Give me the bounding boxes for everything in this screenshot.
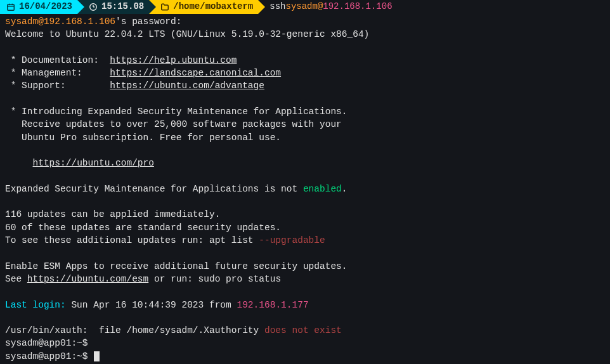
- blank-line: [5, 247, 605, 259]
- blank-line: [5, 285, 605, 298]
- esm-intro-2: Receive updates to over 25,000 software …: [5, 118, 605, 131]
- pro-link[interactable]: https://ubuntu.com/pro: [33, 158, 154, 168]
- blank-line: [5, 93, 605, 105]
- welcome-line: Welcome to Ubuntu 22.04.2 LTS (GNU/Linux…: [5, 28, 605, 41]
- status-time-segment: 15:15.08: [77, 0, 149, 14]
- cursor-icon: [94, 351, 100, 361]
- enabled-word: enabled: [303, 184, 342, 194]
- enable-esm-1: Enable ESM Apps to receive additional fu…: [5, 260, 605, 273]
- status-bar: 16/04/2023 15:15.08 /home/mobaxterm ssh …: [0, 0, 610, 14]
- calendar-icon: [6, 3, 15, 11]
- status-date-segment: 16/04/2023: [0, 0, 77, 14]
- status-date: 16/04/2023: [19, 1, 72, 13]
- doc-link[interactable]: https://help.ubuntu.com: [110, 55, 237, 65]
- password-prompt-suffix: 's password:: [115, 16, 181, 27]
- blank-line: [5, 195, 605, 208]
- shell-prompt-2[interactable]: sysadm@app01:~$: [5, 350, 605, 363]
- blank-line: [5, 144, 605, 157]
- command-user: sysadm: [285, 1, 317, 13]
- command-at: @: [318, 1, 323, 13]
- last-login-line: Last login: Sun Apr 16 10:44:39 2023 fro…: [5, 299, 605, 311]
- xauth-error: does not exist: [264, 325, 342, 335]
- esm-link[interactable]: https://ubuntu.com/esm: [27, 274, 148, 284]
- xauth-line: /usr/bin/xauth: file /home/sysadm/.Xauth…: [5, 324, 605, 337]
- blank-line: [5, 41, 605, 54]
- esm-intro-3: Ubuntu Pro subscription. Free for person…: [5, 131, 605, 144]
- updates-line-1: 116 updates can be applied immediately.: [5, 208, 605, 221]
- support-line: * Support: https://ubuntu.com/advantage: [5, 79, 605, 92]
- esm-status-line: Expanded Security Maintenance for Applic…: [5, 183, 605, 195]
- svg-rect-0: [8, 4, 15, 10]
- folder-icon: [160, 3, 169, 11]
- command-ip: 192.168.1.106: [323, 1, 392, 13]
- ssh-user-host: sysadm@192.168.1.106: [5, 16, 115, 27]
- clock-icon: [89, 3, 98, 11]
- mgmt-link[interactable]: https://landscape.canonical.com: [110, 68, 281, 78]
- command-ssh: ssh: [269, 1, 285, 13]
- pro-link-line: https://ubuntu.com/pro: [5, 157, 605, 169]
- status-path-segment: /home/mobaxterm: [149, 0, 258, 14]
- support-link[interactable]: https://ubuntu.com/advantage: [110, 81, 264, 91]
- updates-line-3: To see these additional updates run: apt…: [5, 234, 605, 247]
- password-prompt-line: sysadm@192.168.1.106's password:: [5, 15, 605, 28]
- esm-intro-1: * Introducing Expanded Security Maintena…: [5, 105, 605, 118]
- enable-esm-2: See https://ubuntu.com/esm or run: sudo …: [5, 273, 605, 285]
- last-login-ip: 192.168.1.177: [237, 300, 308, 310]
- status-path: /home/mobaxterm: [173, 1, 253, 13]
- updates-line-2: 60 of these updates are standard securit…: [5, 221, 605, 234]
- doc-line: * Documentation: https://help.ubuntu.com: [5, 54, 605, 67]
- last-login-label: Last login:: [5, 300, 66, 310]
- status-command-segment: ssh sysadm@192.168.1.106: [258, 0, 397, 14]
- blank-line: [5, 170, 605, 183]
- mgmt-line: * Management: https://landscape.canonica…: [5, 67, 605, 79]
- shell-prompt-1[interactable]: sysadm@app01:~$: [5, 337, 605, 349]
- terminal-output[interactable]: sysadm@192.168.1.106's password: Welcome…: [0, 14, 610, 364]
- blank-line: [5, 311, 605, 324]
- upgradable-flag: --upgradable: [259, 235, 325, 245]
- status-time: 15:15.08: [101, 1, 144, 13]
